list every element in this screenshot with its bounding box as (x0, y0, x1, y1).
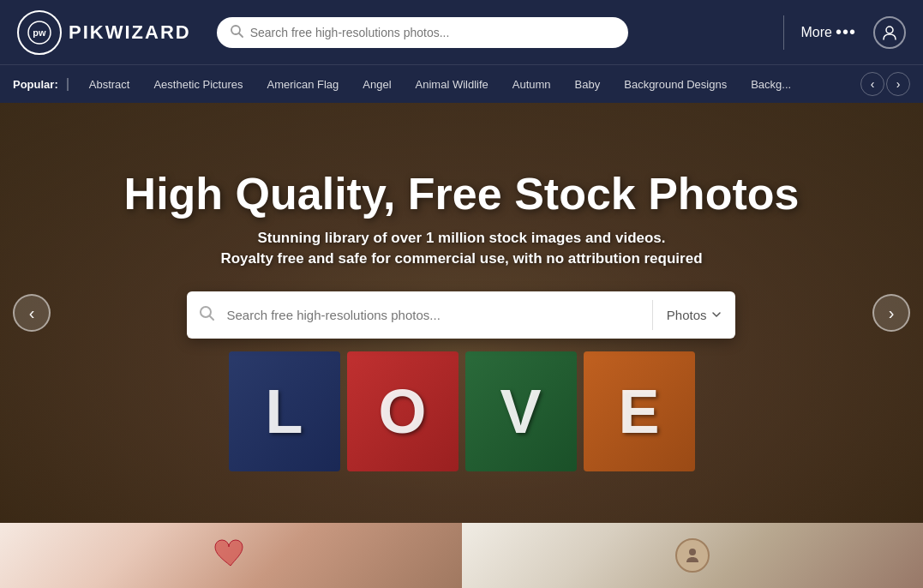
thumbnail-right[interactable] (462, 523, 924, 588)
hero-search-input[interactable] (226, 308, 651, 322)
svg-line-6 (210, 316, 213, 320)
nav-item-american-flag[interactable]: American Flag (255, 65, 351, 104)
logo-icon: pw (17, 10, 62, 55)
more-dots: ••• (836, 22, 856, 42)
slide-prev-button[interactable]: ‹ (13, 294, 51, 332)
thumbnails-row (0, 523, 923, 588)
nav-prev-button[interactable]: ‹ (860, 72, 884, 96)
user-avatar[interactable] (873, 16, 906, 49)
svg-text:pw: pw (33, 27, 46, 38)
nav-items: Abstract Aesthetic Pictures American Fla… (77, 65, 860, 104)
hero-subtitle: Stunning library of over 1 million stock… (124, 230, 800, 247)
nav-item-animal-wildlife[interactable]: Animal Wildlife (404, 65, 500, 104)
svg-line-3 (239, 33, 243, 37)
hero-section: L O V E ‹ High Quality, Free Stock Photo… (0, 103, 923, 523)
nav-next-button[interactable]: › (886, 72, 910, 96)
search-dropdown-label: Photos (667, 308, 707, 322)
header: pw PIKWIZARD More ••• (0, 0, 923, 64)
heart-icon (213, 538, 248, 569)
more-label: More (801, 25, 832, 40)
svg-point-5 (201, 307, 211, 317)
nav-item-abstract[interactable]: Abstract (77, 65, 142, 104)
search-icon (230, 24, 243, 41)
header-right: More ••• (783, 15, 906, 50)
hero-search-icon (187, 305, 226, 325)
nav-item-aesthetic[interactable]: Aesthetic Pictures (141, 65, 255, 104)
header-search-input[interactable] (250, 26, 615, 39)
person-placeholder (675, 538, 710, 573)
nav-arrows: ‹ › (860, 72, 910, 96)
hero-title: High Quality, Free Stock Photos (124, 168, 800, 219)
header-search-bar[interactable] (217, 17, 628, 48)
nav-item-angel[interactable]: Angel (351, 65, 403, 104)
logo-area[interactable]: pw PIKWIZARD (17, 10, 191, 55)
svg-point-7 (689, 549, 696, 555)
search-dropdown[interactable]: Photos (653, 308, 736, 322)
thumbnail-left[interactable] (0, 523, 462, 588)
logo-text: PIKWIZARD (69, 21, 191, 44)
hero-content: High Quality, Free Stock Photos Stunning… (124, 168, 800, 459)
chevron-down-icon (711, 309, 722, 320)
slide-next-button[interactable]: › (872, 294, 910, 332)
nav-item-autumn[interactable]: Autumn (500, 65, 563, 104)
nav-bar: Popular: Abstract Aesthetic Pictures Ame… (0, 64, 923, 103)
nav-item-backg[interactable]: Backg... (739, 65, 803, 104)
nav-item-baby[interactable]: Baby (563, 65, 613, 104)
more-button[interactable]: More ••• (801, 22, 856, 42)
svg-point-4 (886, 27, 893, 33)
hero-subtitle2: Royalty free and safe for commercial use… (124, 250, 800, 267)
hero-search-bar[interactable]: Photos (187, 291, 735, 339)
header-divider (783, 15, 784, 50)
popular-label: Popular: (13, 78, 69, 91)
nav-item-background-designs[interactable]: Background Designs (612, 65, 739, 104)
